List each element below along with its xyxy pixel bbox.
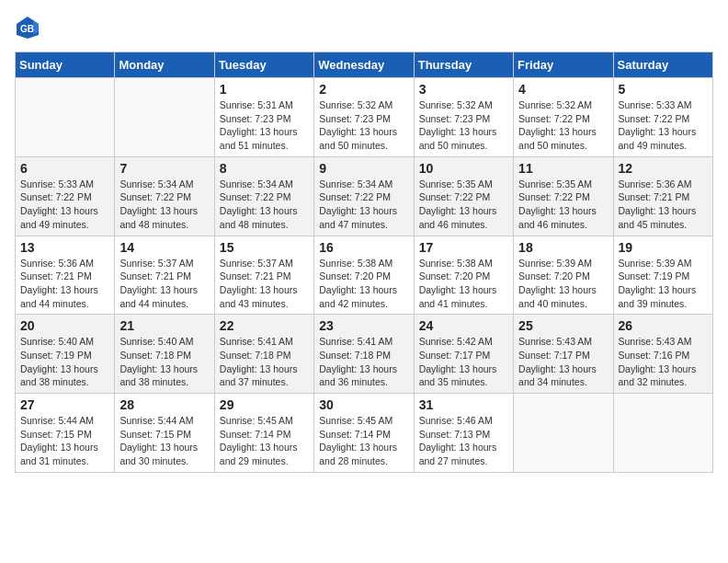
calendar-week-row: 6Sunrise: 5:33 AM Sunset: 7:22 PM Daylig… <box>16 156 713 236</box>
day-info: Sunrise: 5:32 AM Sunset: 7:23 PM Dayligh… <box>419 98 508 153</box>
day-number: 27 <box>20 397 109 412</box>
logo-icon: GB <box>15 15 40 40</box>
day-info: Sunrise: 5:33 AM Sunset: 7:22 PM Dayligh… <box>20 178 109 232</box>
day-number: 19 <box>619 240 708 255</box>
calendar-day-cell: 20Sunrise: 5:40 AM Sunset: 7:19 PM Dayli… <box>16 315 115 394</box>
calendar-day-cell: 16Sunrise: 5:38 AM Sunset: 7:20 PM Dayli… <box>314 236 414 315</box>
day-info: Sunrise: 5:34 AM Sunset: 7:22 PM Dayligh… <box>119 178 209 232</box>
day-info: Sunrise: 5:43 AM Sunset: 7:16 PM Dayligh… <box>619 335 708 389</box>
day-info: Sunrise: 5:38 AM Sunset: 7:20 PM Dayligh… <box>419 257 508 311</box>
calendar-day-cell: 6Sunrise: 5:33 AM Sunset: 7:22 PM Daylig… <box>16 156 115 236</box>
day-info: Sunrise: 5:39 AM Sunset: 7:19 PM Dayligh… <box>619 257 708 311</box>
day-number: 15 <box>220 240 309 255</box>
day-number: 31 <box>419 397 508 412</box>
day-number: 17 <box>419 240 508 255</box>
calendar-day-cell: 2Sunrise: 5:32 AM Sunset: 7:23 PM Daylig… <box>314 78 414 157</box>
day-info: Sunrise: 5:37 AM Sunset: 7:21 PM Dayligh… <box>119 257 209 311</box>
day-info: Sunrise: 5:32 AM Sunset: 7:22 PM Dayligh… <box>518 98 608 153</box>
day-info: Sunrise: 5:31 AM Sunset: 7:23 PM Dayligh… <box>220 98 309 153</box>
calendar-day-cell: 27Sunrise: 5:44 AM Sunset: 7:15 PM Dayli… <box>16 394 115 473</box>
day-number: 25 <box>518 318 608 333</box>
logo: GB <box>15 15 42 40</box>
calendar-day-cell: 12Sunrise: 5:36 AM Sunset: 7:21 PM Dayli… <box>613 156 712 236</box>
day-info: Sunrise: 5:42 AM Sunset: 7:17 PM Dayligh… <box>419 335 508 389</box>
calendar-header-row: SundayMondayTuesdayWednesdayThursdayFrid… <box>16 52 713 78</box>
day-number: 26 <box>619 318 708 333</box>
day-number: 13 <box>20 240 109 255</box>
day-number: 3 <box>419 82 508 97</box>
calendar-day-cell <box>16 78 115 157</box>
page-header: GB <box>15 15 713 40</box>
day-number: 21 <box>119 318 209 333</box>
calendar-day-cell: 29Sunrise: 5:45 AM Sunset: 7:14 PM Dayli… <box>214 394 313 473</box>
day-info: Sunrise: 5:44 AM Sunset: 7:15 PM Dayligh… <box>20 414 109 468</box>
day-info: Sunrise: 5:46 AM Sunset: 7:13 PM Dayligh… <box>419 414 508 468</box>
day-number: 11 <box>518 161 608 176</box>
calendar-day-cell: 15Sunrise: 5:37 AM Sunset: 7:21 PM Dayli… <box>214 236 313 315</box>
day-info: Sunrise: 5:40 AM Sunset: 7:18 PM Dayligh… <box>119 335 209 389</box>
day-number: 23 <box>319 318 408 333</box>
calendar-day-cell: 4Sunrise: 5:32 AM Sunset: 7:22 PM Daylig… <box>514 78 613 157</box>
weekday-header: Tuesday <box>214 52 313 78</box>
calendar-week-row: 1Sunrise: 5:31 AM Sunset: 7:23 PM Daylig… <box>16 78 713 157</box>
calendar-week-row: 20Sunrise: 5:40 AM Sunset: 7:19 PM Dayli… <box>16 315 713 394</box>
calendar-day-cell: 7Sunrise: 5:34 AM Sunset: 7:22 PM Daylig… <box>115 156 214 236</box>
calendar-day-cell <box>115 78 214 157</box>
day-info: Sunrise: 5:34 AM Sunset: 7:22 PM Dayligh… <box>319 178 408 232</box>
calendar-day-cell: 19Sunrise: 5:39 AM Sunset: 7:19 PM Dayli… <box>613 236 712 315</box>
calendar-day-cell: 30Sunrise: 5:45 AM Sunset: 7:14 PM Dayli… <box>314 394 414 473</box>
calendar-day-cell: 31Sunrise: 5:46 AM Sunset: 7:13 PM Dayli… <box>414 394 513 473</box>
calendar-day-cell <box>613 394 712 473</box>
calendar-table: SundayMondayTuesdayWednesdayThursdayFrid… <box>15 52 713 473</box>
calendar-day-cell: 3Sunrise: 5:32 AM Sunset: 7:23 PM Daylig… <box>414 78 513 157</box>
day-info: Sunrise: 5:34 AM Sunset: 7:22 PM Dayligh… <box>220 178 309 232</box>
calendar-day-cell: 1Sunrise: 5:31 AM Sunset: 7:23 PM Daylig… <box>214 78 313 157</box>
calendar-week-row: 13Sunrise: 5:36 AM Sunset: 7:21 PM Dayli… <box>16 236 713 315</box>
weekday-header: Saturday <box>613 52 712 78</box>
calendar-day-cell: 11Sunrise: 5:35 AM Sunset: 7:22 PM Dayli… <box>514 156 613 236</box>
weekday-header: Sunday <box>16 52 115 78</box>
calendar-day-cell: 22Sunrise: 5:41 AM Sunset: 7:18 PM Dayli… <box>214 315 313 394</box>
day-number: 2 <box>319 82 408 97</box>
day-number: 14 <box>119 240 209 255</box>
calendar-day-cell: 25Sunrise: 5:43 AM Sunset: 7:17 PM Dayli… <box>514 315 613 394</box>
day-number: 7 <box>119 161 209 176</box>
calendar-day-cell <box>514 394 613 473</box>
day-number: 12 <box>619 161 708 176</box>
day-info: Sunrise: 5:41 AM Sunset: 7:18 PM Dayligh… <box>220 335 309 389</box>
calendar-day-cell: 14Sunrise: 5:37 AM Sunset: 7:21 PM Dayli… <box>115 236 214 315</box>
calendar-day-cell: 5Sunrise: 5:33 AM Sunset: 7:22 PM Daylig… <box>613 78 712 157</box>
day-number: 16 <box>319 240 408 255</box>
day-info: Sunrise: 5:35 AM Sunset: 7:22 PM Dayligh… <box>419 178 508 232</box>
day-number: 20 <box>20 318 109 333</box>
day-info: Sunrise: 5:44 AM Sunset: 7:15 PM Dayligh… <box>119 414 209 468</box>
day-info: Sunrise: 5:43 AM Sunset: 7:17 PM Dayligh… <box>518 335 608 389</box>
day-number: 5 <box>619 82 708 97</box>
day-info: Sunrise: 5:36 AM Sunset: 7:21 PM Dayligh… <box>619 178 708 232</box>
day-info: Sunrise: 5:32 AM Sunset: 7:23 PM Dayligh… <box>319 98 408 153</box>
day-number: 18 <box>518 240 608 255</box>
weekday-header: Wednesday <box>314 52 414 78</box>
day-info: Sunrise: 5:37 AM Sunset: 7:21 PM Dayligh… <box>220 257 309 311</box>
day-number: 1 <box>220 82 309 97</box>
day-info: Sunrise: 5:41 AM Sunset: 7:18 PM Dayligh… <box>319 335 408 389</box>
calendar-day-cell: 28Sunrise: 5:44 AM Sunset: 7:15 PM Dayli… <box>115 394 214 473</box>
day-info: Sunrise: 5:35 AM Sunset: 7:22 PM Dayligh… <box>518 178 608 232</box>
day-number: 6 <box>20 161 109 176</box>
day-number: 29 <box>220 397 309 412</box>
calendar-day-cell: 23Sunrise: 5:41 AM Sunset: 7:18 PM Dayli… <box>314 315 414 394</box>
day-number: 8 <box>220 161 309 176</box>
calendar-day-cell: 21Sunrise: 5:40 AM Sunset: 7:18 PM Dayli… <box>115 315 214 394</box>
weekday-header: Monday <box>115 52 214 78</box>
day-info: Sunrise: 5:33 AM Sunset: 7:22 PM Dayligh… <box>619 98 708 153</box>
calendar-day-cell: 18Sunrise: 5:39 AM Sunset: 7:20 PM Dayli… <box>514 236 613 315</box>
day-number: 28 <box>119 397 209 412</box>
calendar-week-row: 27Sunrise: 5:44 AM Sunset: 7:15 PM Dayli… <box>16 394 713 473</box>
day-number: 22 <box>220 318 309 333</box>
day-info: Sunrise: 5:38 AM Sunset: 7:20 PM Dayligh… <box>319 257 408 311</box>
day-number: 9 <box>319 161 408 176</box>
weekday-header: Friday <box>514 52 613 78</box>
calendar-day-cell: 9Sunrise: 5:34 AM Sunset: 7:22 PM Daylig… <box>314 156 414 236</box>
weekday-header: Thursday <box>414 52 513 78</box>
calendar-day-cell: 24Sunrise: 5:42 AM Sunset: 7:17 PM Dayli… <box>414 315 513 394</box>
